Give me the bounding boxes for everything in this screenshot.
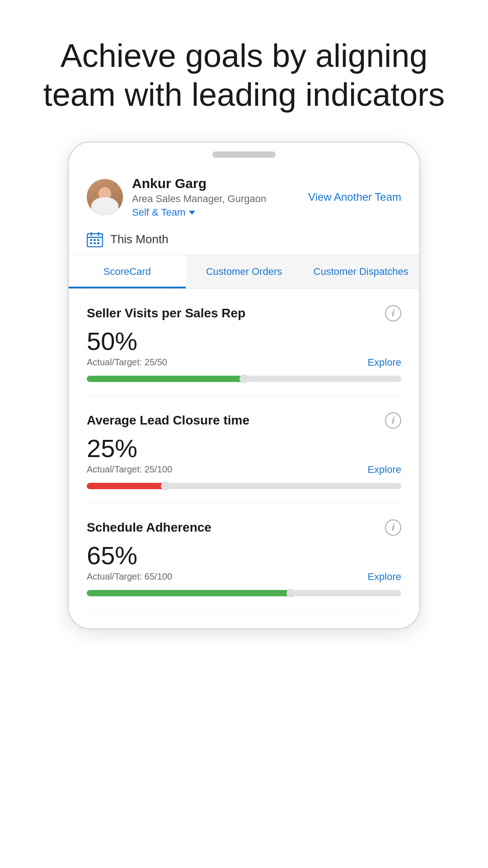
metric-title-1: Seller Visits per Sales Rep xyxy=(87,306,245,321)
svg-rect-8 xyxy=(94,242,96,244)
profile-role: Area Sales Manager, Gurgaon xyxy=(132,193,266,205)
info-icon-1[interactable]: i xyxy=(385,305,401,321)
metric-title-3: Schedule Adherence xyxy=(87,520,211,535)
progress-bar-2 xyxy=(87,483,401,489)
metric-actual-1: Actual/Target: 25/50 Explore xyxy=(87,357,401,368)
progress-dot-1 xyxy=(239,374,249,383)
info-icon-2[interactable]: i xyxy=(385,412,401,429)
tab-customer-dispatches[interactable]: Customer Dispatches xyxy=(302,255,419,288)
actual-label-1: Actual/Target: 25/50 xyxy=(87,357,167,368)
metric-header-3: Schedule Adherence i xyxy=(87,519,401,536)
progress-bar-1 xyxy=(87,376,401,382)
metric-percent-2: 25% xyxy=(87,436,401,461)
progress-bar-3 xyxy=(87,590,401,596)
profile-info: Ankur Garg Area Sales Manager, Gurgaon S… xyxy=(132,176,266,218)
metric-seller-visits: Seller Visits per Sales Rep i 50% Actual… xyxy=(87,289,401,396)
chevron-down-icon xyxy=(189,211,195,215)
explore-link-3[interactable]: Explore xyxy=(367,571,401,583)
tab-customer-orders[interactable]: Customer Orders xyxy=(186,255,303,288)
view-another-team-button[interactable]: View Another Team xyxy=(308,191,401,203)
svg-rect-7 xyxy=(90,242,92,244)
progress-fill-1 xyxy=(87,376,244,382)
metric-header-2: Average Lead Closure time i xyxy=(87,412,401,429)
metric-percent-3: 65% xyxy=(87,543,401,568)
actual-label-3: Actual/Target: 65/100 xyxy=(87,571,172,582)
progress-dot-3 xyxy=(286,589,296,598)
phone-pill xyxy=(212,151,276,158)
explore-link-2[interactable]: Explore xyxy=(367,464,401,476)
profile-left: Ankur Garg Area Sales Manager, Gurgaon S… xyxy=(87,176,266,218)
tabs-section: ScoreCard Customer Orders Customer Dispa… xyxy=(69,255,419,289)
date-section: This Month xyxy=(69,227,419,255)
avatar xyxy=(87,179,123,215)
progress-fill-3 xyxy=(87,590,291,596)
team-label: Self & Team xyxy=(132,207,185,218)
metric-title-2: Average Lead Closure time xyxy=(87,413,249,428)
svg-rect-5 xyxy=(94,239,96,241)
tab-scorecard[interactable]: ScoreCard xyxy=(69,255,186,288)
phone-frame: Ankur Garg Area Sales Manager, Gurgaon S… xyxy=(68,142,420,629)
avatar-image xyxy=(87,179,123,215)
metric-actual-3: Actual/Target: 65/100 Explore xyxy=(87,571,401,583)
progress-dot-2 xyxy=(161,481,170,491)
profile-team-selector[interactable]: Self & Team xyxy=(132,207,266,218)
date-label: This Month xyxy=(110,232,169,246)
page-headline: Achieve goals by aligning team with lead… xyxy=(0,0,488,142)
info-icon-3[interactable]: i xyxy=(385,519,401,536)
calendar-icon[interactable] xyxy=(87,232,103,247)
phone-notch xyxy=(69,142,419,165)
metric-header-1: Seller Visits per Sales Rep i xyxy=(87,305,401,321)
metrics-container: Seller Visits per Sales Rep i 50% Actual… xyxy=(69,289,419,610)
progress-fill-2 xyxy=(87,483,165,489)
profile-section: Ankur Garg Area Sales Manager, Gurgaon S… xyxy=(69,165,419,227)
profile-name: Ankur Garg xyxy=(132,176,266,191)
metric-schedule-adherence: Schedule Adherence i 65% Actual/Target: … xyxy=(87,503,401,610)
metric-actual-2: Actual/Target: 25/100 Explore xyxy=(87,464,401,476)
actual-label-2: Actual/Target: 25/100 xyxy=(87,464,172,475)
svg-rect-9 xyxy=(97,242,99,244)
metric-lead-closure: Average Lead Closure time i 25% Actual/T… xyxy=(87,396,401,503)
svg-rect-6 xyxy=(97,239,99,241)
metric-percent-1: 50% xyxy=(87,329,401,354)
explore-link-1[interactable]: Explore xyxy=(367,357,401,368)
svg-rect-4 xyxy=(90,239,92,241)
